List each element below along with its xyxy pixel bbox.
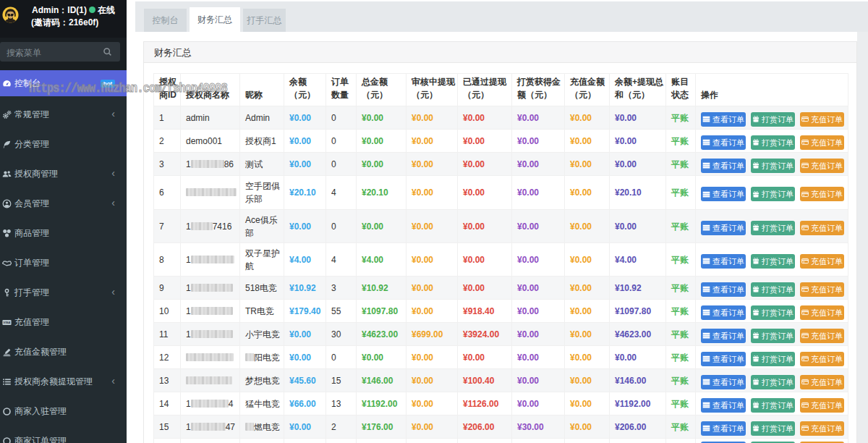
- svg-text:VISA: VISA: [3, 321, 10, 324]
